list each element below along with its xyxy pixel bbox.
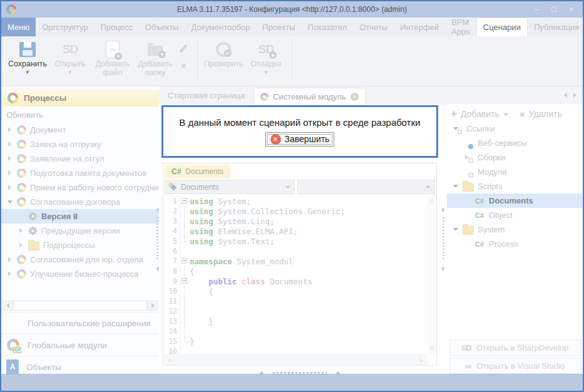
process-tree-item[interactable]: Согласование договора — [1, 195, 159, 209]
scroll-right-icon[interactable]: › — [420, 355, 423, 364]
refresh-link[interactable]: Обновить — [6, 110, 43, 120]
maximize-icon[interactable]: □ — [545, 1, 563, 18]
doc-tab-documents[interactable]: C# Documents — [165, 165, 230, 178]
fold-collapse-icon[interactable] — [180, 196, 190, 206]
minimize-icon[interactable]: – — [528, 1, 545, 18]
scroll-down-icon[interactable]: ᐯ — [430, 345, 434, 352]
menu-tab-2[interactable]: Процесс — [95, 18, 139, 36]
module-tree-item[interactable]: C#Documents — [447, 193, 583, 208]
titlebar[interactable]: ELMA 3.11.7.35197 - Конфигурация <http:/… — [1, 1, 583, 18]
right-splitter[interactable] — [440, 104, 446, 374]
process-tree-item[interactable]: Документ — [1, 123, 159, 137]
tab-close-icon[interactable]: × — [351, 93, 359, 101]
process-tree-item[interactable]: Предыдущие версии — [1, 224, 159, 238]
delete-button[interactable]: Удалить — [529, 109, 562, 119]
ribbon-button-label: Добавить файл — [91, 59, 134, 77]
menu-tab-10[interactable]: Сценарии — [476, 18, 528, 36]
open-sharpdevelop-label: Открыть в SharpDevelop — [476, 343, 569, 353]
expanded-expander-icon[interactable] — [453, 183, 459, 189]
script-open-notice: В данный момент сценарий открыт в среде … — [161, 105, 438, 158]
process-tree-item[interactable]: Прием на работу нового сотрудник — [1, 180, 159, 195]
tab-scroll-left-icon[interactable] — [564, 93, 567, 98]
collapsed-expander-icon[interactable] — [8, 127, 13, 133]
module-tree-item[interactable]: Модули — [447, 165, 583, 179]
ribbon-button[interactable]: +Добавить папку — [134, 36, 177, 81]
ribbon-small-button[interactable]: × — [178, 60, 189, 71]
editor-hscrollbar[interactable]: ‹ › — [163, 354, 428, 365]
open-sharpdevelop-button[interactable]: SD Открыть в SharpDevelop — [449, 339, 580, 356]
tab-scroll-right-icon[interactable] — [573, 93, 576, 98]
menu-tab-4[interactable]: Документообор — [185, 18, 256, 36]
left-splitter[interactable] — [154, 104, 160, 374]
processes-header[interactable]: Процессы — [1, 89, 159, 106]
module-tree-item[interactable]: Сборки — [447, 150, 583, 165]
book-icon: A — [6, 359, 19, 374]
process-tree-item[interactable]: Версия 8 — [1, 209, 159, 224]
tree-item-label: Предыдущие версии — [41, 226, 120, 235]
finish-button[interactable]: × Завершить — [265, 132, 335, 147]
module-tree-item[interactable]: Scripts — [447, 179, 583, 193]
ribbon-button[interactable]: ✓Проверить — [202, 36, 245, 81]
code-line: 16 — [163, 346, 428, 354]
collapsed-expander-icon[interactable] — [8, 185, 13, 190]
process-tree-item[interactable]: Улучшение бизнес-процесса — [1, 267, 159, 281]
process-tree-item[interactable]: Подготовка пакета документов — [1, 166, 159, 180]
csharp-file-add-icon: C#+ — [106, 41, 120, 58]
menu-tab-3[interactable]: Объекты — [139, 18, 185, 36]
process-tree-item[interactable]: Согласования для юр. отдела — [1, 252, 159, 267]
fold-collapse-icon[interactable] — [180, 276, 190, 286]
tab-start-page[interactable]: Стартовая страница — [159, 91, 254, 104]
accordion-item[interactable]: Пользовательские расширения — [1, 312, 159, 334]
ribbon-small-button[interactable] — [178, 43, 189, 54]
menu-tab-1[interactable]: Оргструктур — [36, 18, 94, 36]
scroll-up-icon[interactable]: ᐱ — [430, 198, 434, 205]
sd-debug-icon: SD▸ — [259, 43, 274, 56]
scroll-track[interactable] — [13, 301, 147, 311]
collapsed-expander-icon[interactable] — [8, 156, 13, 162]
chevron-down-icon[interactable] — [503, 113, 508, 116]
tab-system-module[interactable]: Системный модуль × — [254, 88, 366, 105]
tree-item-label: Scripts — [478, 182, 503, 191]
scroll-left-icon[interactable] — [3, 301, 13, 311]
module-tree-item[interactable]: Веб-сервисы — [447, 136, 583, 150]
menu-tab-5[interactable]: Проекты — [256, 18, 301, 36]
process-tree-hscrollbar[interactable] — [3, 301, 158, 311]
fold-guide — [180, 296, 190, 306]
process-tree-item[interactable]: Заявление на отгул — [1, 152, 159, 166]
module-tree-item[interactable]: C#Object — [447, 208, 583, 222]
collapsed-expander-icon[interactable] — [8, 257, 13, 262]
member-combobox[interactable] — [297, 180, 435, 194]
code-text-area[interactable]: 1using System;2using System.Collections.… — [163, 196, 428, 354]
type-combobox[interactable]: Documents — [165, 180, 295, 194]
collapsed-expander-icon[interactable] — [8, 170, 13, 176]
ribbon-button[interactable]: Сохранить▾ — [6, 36, 49, 81]
editor-vscrollbar[interactable]: ᐱ ᐯ — [428, 196, 436, 354]
process-tree-item[interactable]: Подпроцессы — [1, 238, 159, 252]
code-text: public class Documents — [190, 277, 312, 286]
close-icon[interactable]: × — [563, 1, 580, 18]
module-tree-item[interactable]: System — [447, 222, 583, 237]
scroll-left-icon[interactable]: ‹ — [168, 355, 171, 364]
add-button[interactable]: Добавить — [461, 109, 499, 119]
expanded-expander-icon[interactable] — [8, 199, 13, 205]
fold-collapse-icon[interactable] — [180, 256, 190, 266]
ribbon-button[interactable]: SDОткрыть▾ — [49, 36, 91, 81]
menu-tab-6[interactable]: Показател — [302, 18, 354, 36]
collapsed-expander-icon[interactable] — [8, 271, 13, 277]
open-visualstudio-button[interactable]: ∞ Открыть в Visual Studio — [449, 358, 580, 374]
menu-tab-0[interactable]: Меню — [1, 18, 36, 36]
menu-tab-7[interactable]: Отчеты — [353, 18, 394, 36]
accordion-item[interactable]: C#Глобальные модули — [1, 334, 159, 356]
collapsed-expander-icon[interactable] — [8, 142, 13, 147]
process-tree-item[interactable]: Заявка на отгрузку — [1, 137, 159, 152]
collapsed-expander-icon[interactable] — [19, 242, 24, 248]
module-tree-item[interactable]: Ссылки — [447, 121, 583, 136]
menu-tab-9[interactable]: BPM Apps — [445, 18, 476, 36]
ribbon-button[interactable]: C#+Добавить файл — [91, 36, 134, 81]
collapsed-expander-icon[interactable] — [19, 228, 24, 234]
ribbon-button[interactable]: SD▸Отладка▾ — [245, 36, 287, 81]
menu-tab-8[interactable]: Интерфей — [394, 18, 445, 36]
menu-tab-11[interactable]: Публикация — [528, 18, 584, 36]
expanded-expander-icon[interactable] — [453, 227, 459, 232]
module-tree-item[interactable]: C#Process — [447, 237, 583, 251]
